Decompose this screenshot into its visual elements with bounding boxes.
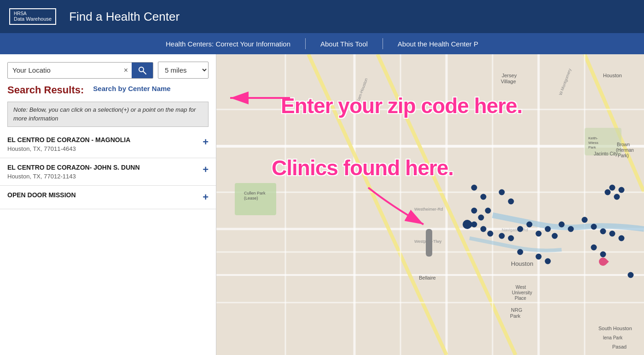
map-pin[interactable]	[499, 233, 505, 239]
map-pin[interactable]	[619, 235, 625, 241]
result-item[interactable]: EL CENTRO DE CORAZON - MAGNOLIA Houston,…	[0, 131, 216, 158]
search-button[interactable]	[132, 63, 153, 78]
svg-text:Jacinto City: Jacinto City	[594, 151, 618, 156]
search-row: × 5 miles 1 mile 2 miles 10 miles 20 mil…	[0, 54, 216, 82]
map-pin[interactable]	[508, 235, 514, 241]
navbar: Health Centers: Correct Your Information…	[0, 33, 644, 54]
map-pin[interactable]	[582, 217, 588, 223]
svg-text:Place: Place	[515, 296, 526, 301]
clear-button[interactable]: ×	[120, 64, 132, 76]
hrsa-text: HRSA	[14, 11, 52, 16]
map-pin[interactable]	[600, 252, 606, 258]
distance-select[interactable]: 5 miles 1 mile 2 miles 10 miles 20 miles	[158, 62, 209, 79]
main-content: × 5 miles 1 mile 2 miles 10 miles 20 mil…	[0, 54, 644, 355]
data-warehouse-text: Data Warehouse	[14, 16, 52, 22]
svg-text:Houston: Houston	[603, 73, 622, 78]
page-title: Find a Health Center	[69, 10, 180, 24]
map-pin[interactable]	[527, 222, 533, 228]
map-pin[interactable]	[478, 215, 484, 221]
svg-text:Westheimer-Rd: Westheimer-Rd	[414, 207, 443, 212]
result-item[interactable]: OPEN DOOR MISSION +	[0, 186, 216, 209]
svg-text:Navigation-Rd: Navigation-Rd	[502, 228, 528, 232]
svg-rect-2	[216, 54, 644, 355]
svg-text:South Houston: South Houston	[598, 326, 632, 331]
map-pin[interactable]	[609, 231, 615, 237]
map-pin[interactable]	[605, 189, 611, 195]
result-name: EL CENTRO DE CORAZON - MAGNOLIA	[7, 136, 197, 143]
result-info: EL CENTRO DE CORAZON- JOHN S. DUNN Houst…	[7, 164, 197, 180]
svg-text:Jersey: Jersey	[502, 73, 517, 78]
map-pin[interactable]	[619, 187, 625, 193]
map-pin[interactable]	[499, 189, 505, 195]
map-pin[interactable]	[545, 258, 551, 264]
svg-text:Brown: Brown	[617, 142, 630, 147]
svg-text:Village: Village	[501, 79, 516, 84]
svg-text:Keith-: Keith-	[588, 136, 598, 140]
map-pin[interactable]	[471, 185, 477, 191]
center-name-link[interactable]: Search by Center Name	[93, 84, 170, 93]
result-info: OPEN DOOR MISSION	[7, 191, 197, 200]
search-icon	[138, 66, 146, 74]
map-area[interactable]: Cullen Park (Lease) Keith- Wiess Park Je…	[216, 54, 644, 355]
svg-text:Wiess: Wiess	[588, 141, 598, 145]
result-name: OPEN DOOR MISSION	[7, 191, 197, 199]
header: HRSA Data Warehouse Find a Health Center	[0, 0, 644, 33]
result-name: EL CENTRO DE CORAZON- JOHN S. DUNN	[7, 164, 197, 171]
result-address: Houston, TX, 77011-4643	[7, 145, 197, 152]
map-pin[interactable]	[609, 185, 615, 191]
result-item[interactable]: EL CENTRO DE CORAZON- JOHN S. DUNN Houst…	[0, 158, 216, 186]
hrsa-logo: HRSA Data Warehouse	[9, 8, 56, 24]
map-pin[interactable]	[628, 272, 634, 278]
logo-area: HRSA Data Warehouse Find a Health Center	[9, 8, 180, 24]
nav-about-health-center[interactable]: About the Health Center P	[383, 33, 493, 54]
map-pin[interactable]	[536, 231, 542, 237]
map-pin[interactable]	[614, 194, 620, 200]
svg-text:NRG: NRG	[511, 307, 522, 313]
note-box: Note: Below, you can click on a selectio…	[7, 102, 209, 126]
svg-text:Pasad: Pasad	[612, 344, 627, 349]
svg-text:Houston: Houston	[511, 260, 533, 267]
svg-text:lena Park: lena Park	[603, 335, 623, 340]
map-background: Cullen Park (Lease) Keith- Wiess Park Je…	[216, 54, 644, 355]
nav-divider-1	[305, 38, 306, 49]
svg-line-1	[143, 71, 146, 74]
svg-text:Cullen Park: Cullen Park	[244, 191, 266, 195]
nav-correct-info[interactable]: Health Centers: Correct Your Information	[151, 33, 305, 54]
map-pin[interactable]	[508, 199, 514, 205]
map-pin[interactable]	[481, 226, 487, 232]
svg-text:Park): Park)	[618, 153, 629, 158]
map-pin[interactable]	[517, 249, 523, 255]
search-label-row: Search Results: Search by Center Name	[0, 82, 216, 100]
location-input[interactable]	[8, 63, 120, 78]
svg-text:West: West	[516, 285, 526, 290]
results-list[interactable]: EL CENTRO DE CORAZON - MAGNOLIA Houston,…	[0, 131, 216, 355]
map-pin[interactable]	[552, 233, 558, 239]
svg-text:Park: Park	[588, 145, 596, 149]
svg-text:(Herman: (Herman	[616, 148, 634, 153]
result-expand-btn[interactable]: +	[203, 191, 209, 203]
map-pin[interactable]	[568, 226, 574, 232]
map-pin[interactable]	[559, 222, 565, 228]
map-pin[interactable]	[536, 254, 542, 260]
svg-text:University: University	[512, 290, 532, 295]
map-pin[interactable]	[517, 226, 523, 232]
svg-text:Bellaire: Bellaire	[419, 275, 436, 281]
scrollbar[interactable]	[426, 229, 432, 257]
map-pin[interactable]	[600, 229, 606, 235]
nav-divider-2	[383, 38, 383, 49]
search-results-label: Search Results:	[7, 84, 84, 96]
map-pin[interactable]	[471, 208, 477, 214]
location-input-wrap: ×	[7, 62, 153, 79]
map-pin[interactable]	[591, 245, 597, 251]
map-pin[interactable]	[485, 208, 491, 214]
nav-about-tool[interactable]: About This Tool	[306, 33, 383, 54]
map-pin[interactable]	[545, 226, 551, 232]
map-pin[interactable]	[591, 224, 597, 230]
svg-text:Park: Park	[510, 313, 521, 319]
map-pin[interactable]	[481, 194, 487, 200]
result-expand-btn[interactable]: +	[203, 136, 209, 148]
svg-text:(Lease): (Lease)	[244, 196, 258, 200]
map-pin[interactable]	[487, 231, 493, 237]
result-expand-btn[interactable]: +	[203, 164, 209, 176]
result-info: EL CENTRO DE CORAZON - MAGNOLIA Houston,…	[7, 136, 197, 152]
